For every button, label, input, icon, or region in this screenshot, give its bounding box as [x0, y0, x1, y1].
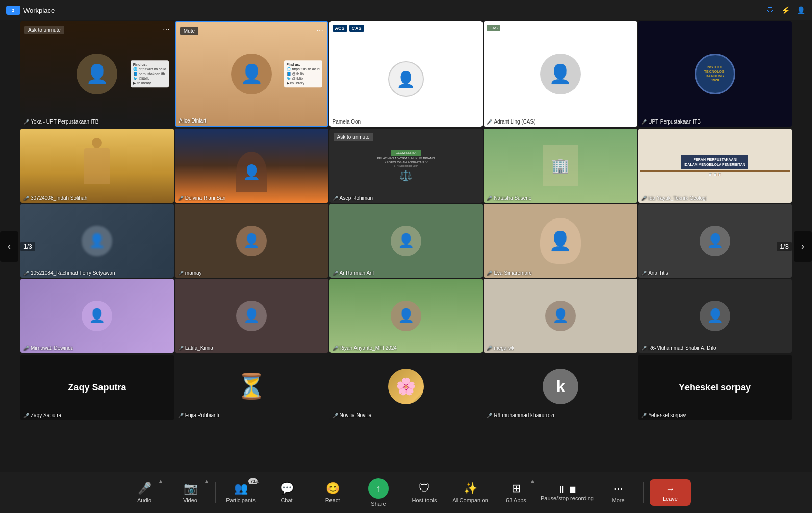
participant-name-mirna: 🎤 Mirnawati Dewinda — [23, 345, 73, 351]
ai-companion-icon: ✨ — [464, 482, 477, 495]
participant-name-shabir: 🎤 R6-Muhammad Shabir A. Dilo — [641, 345, 716, 351]
mute-icon-shabir: 🎤 — [641, 346, 647, 351]
zoom-logo: z Workplace — [6, 6, 55, 15]
participant-tile-adrant: CAS 👤 🎤 Adrant Ling (CAS) — [484, 21, 637, 127]
participants-label: Participants — [226, 497, 255, 503]
participant-tile-mega: 👤 🎤 mega wk — [484, 279, 637, 353]
participant-name-zaqy: 🎤 Zaqy Saputra — [23, 412, 61, 418]
more-button[interactable]: ··· More — [595, 474, 641, 511]
participant-name-delvina: 🎤 Delvina Riani Sari — [178, 195, 225, 201]
participant-tile-mamay: 👤 🎤 mamay — [175, 204, 328, 278]
lower-section: Zaqy Saputra 🎤 Zaqy Saputra ⏳ 🎤 Fujia Ru… — [0, 354, 812, 420]
mute-icon-upt: 🎤 — [641, 119, 647, 125]
apps-label: 63 Apps — [506, 497, 526, 503]
lightning-icon: ⚡ — [780, 5, 791, 15]
mute-icon-yoka: 🎤 — [23, 119, 29, 125]
host-tools-label: Host tools — [412, 497, 437, 503]
name-tile-yeheskel: Yeheskel sorpay 🎤 Yeheskel sorpay — [638, 355, 792, 420]
participant-tile-alice: 👤 Find us: 🌐 https://lib.itb.ac.id 📘 @it… — [175, 21, 328, 127]
tile-menu-yoka[interactable]: ⋯ — [163, 26, 170, 34]
toolbar-divider-1 — [215, 482, 216, 503]
video-row-4: 👤 🎤 Mirnawati Dewinda 👤 🎤 Latifa_Kimia 👤 — [0, 279, 812, 353]
participant-tile-upt: INSTITUTTEKNOLOGIBANDUNG1920 🎤 UPT Perpu… — [638, 21, 792, 127]
host-tools-button[interactable]: 🛡 Host tools — [401, 474, 447, 511]
mute-alice-button[interactable]: Mute — [180, 27, 198, 35]
nav-next-button[interactable]: › — [794, 231, 812, 262]
video-label: Video — [183, 497, 197, 503]
audio-button[interactable]: 🎤 Audio ▲ — [121, 474, 167, 511]
participant-name-eva: 🎤 Eva Simaremare — [487, 270, 531, 276]
participant-tile-pamela: ACS CAS 👤 Pamela Oon — [329, 21, 483, 127]
profile-icon[interactable]: 👤 — [796, 5, 806, 15]
video-button[interactable]: 📷 Video ▲ — [167, 474, 213, 511]
participant-name-pamela: Pamela Oon — [333, 119, 361, 125]
mute-icon-latifa: 🎤 — [178, 346, 184, 351]
participant-name-natasha: 🎤 Natasha Suseno — [487, 195, 531, 201]
ai-companion-button[interactable]: ✨ AI Companion — [447, 474, 493, 511]
participant-name-latifa: 🎤 Latifa_Kimia — [178, 345, 213, 351]
mute-icon-rachmad: 🎤 — [23, 271, 29, 276]
participant-name-novilia: 🎤 Novilia Novilia — [333, 412, 372, 418]
participant-name-alice: Alice Diniarti — [179, 118, 208, 124]
participant-name-mamay: 🎤 mamay — [178, 270, 202, 276]
participant-tile-natasha: 🏢 🎤 Natasha Suseno — [484, 129, 637, 203]
video-row-1: 👤 Find us: 🌐 https://lib.itb.ac.id 📘 per… — [0, 20, 812, 128]
participant-tile-shabir: 👤 🎤 R6-Muhammad Shabir A. Dilo — [638, 279, 792, 353]
audio-label: Audio — [137, 497, 151, 503]
apps-button[interactable]: ⊞ 63 Apps ▲ — [493, 474, 539, 511]
participants-chevron-icon: ▲ — [255, 478, 260, 484]
page-indicator-right: 1/3 — [777, 242, 792, 251]
share-label: Share — [371, 501, 386, 507]
tile-menu-alice[interactable]: ⋯ — [316, 27, 323, 35]
apps-icon: ⊞ — [512, 482, 521, 495]
pause-recording-button[interactable]: ⏸ ⏹ Pause/stop recording — [539, 474, 595, 511]
name-tile-zaqy: Zaqy Saputra 🎤 Zaqy Saputra — [20, 355, 174, 420]
audio-chevron-icon: ▲ — [158, 478, 163, 484]
apps-chevron-icon: ▲ — [530, 478, 535, 484]
ai-companion-label: AI Companion — [452, 497, 488, 503]
zoom-icon: z — [6, 6, 20, 15]
participant-name-yoka: 🎤 Yoka - UPT Perpustakaan ITB — [23, 119, 98, 125]
video-row-2: 🎤 30724008_Indah Solihah 👤 🎤 Delvina Ria… — [0, 129, 812, 203]
participant-tile-riyan: 👤 🎤 Riyan Ariyanto_MFI 2024 — [329, 279, 483, 353]
video-icon: 📷 — [184, 482, 197, 495]
leave-button[interactable]: → Leave — [650, 479, 691, 506]
top-bar-right: 🛡 ⚡ 👤 — [765, 5, 806, 15]
leave-label: Leave — [663, 496, 678, 502]
share-icon: ↑ — [368, 478, 389, 499]
toolbar-divider-2 — [643, 482, 644, 503]
participant-name-fujia: 🎤 Fujia Rubbianti — [178, 412, 219, 418]
chat-icon: 💬 — [280, 482, 294, 495]
name-tile-khairurrozi: k 🎤 R6-muhammad khairurrozi — [484, 355, 637, 420]
mute-icon-indah: 🎤 — [23, 196, 29, 201]
participant-tile-latifa: 👤 🎤 Latifa_Kimia — [175, 279, 328, 353]
participant-name-riyan: 🎤 Riyan Ariyanto_MFI 2024 — [333, 345, 397, 351]
participant-name-upt: 🎤 UPT Perpustakaan ITB — [641, 119, 701, 125]
leave-icon: → — [666, 484, 675, 495]
mute-icon-delvina: 🎤 — [178, 196, 184, 201]
participant-name-asep: 🎤 Asep Rohiman — [333, 195, 373, 201]
app-title: Workplace — [23, 7, 55, 14]
video-area: ‹ 1/3 › 1/3 👤 Find us: 🌐 https://lib.itb… — [0, 20, 812, 472]
more-label: More — [612, 497, 624, 503]
participant-name-ana: 🎤 Ana Titis — [641, 270, 668, 276]
participants-icon: 👥 — [234, 482, 248, 495]
ask-unmute-yoka[interactable]: Ask to unmute — [24, 26, 64, 34]
chat-button[interactable]: 💬 Chat — [264, 474, 310, 511]
participants-button[interactable]: 👥 Participants 71 ▲ — [218, 474, 264, 511]
mute-icon-yeheskel: 🎤 — [641, 413, 647, 418]
react-label: React — [325, 497, 340, 503]
mute-icon-fujia: 🎤 — [178, 413, 184, 418]
nav-prev-button[interactable]: ‹ — [0, 231, 18, 262]
itb-logo: INSTITUTTEKNOLOGIBANDUNG1920 — [638, 21, 792, 127]
participant-tile-ana: 👤 🎤 Ana Titis — [638, 204, 792, 278]
name-tile-fujia: ⏳ 🎤 Fujia Rubbianti — [175, 355, 328, 420]
host-tools-icon: 🛡 — [419, 482, 430, 495]
shield-icon: 🛡 — [765, 5, 775, 15]
mute-icon-zaqy: 🎤 — [23, 413, 29, 418]
ask-unmute-asep[interactable]: Ask to unmute — [334, 133, 373, 141]
participant-name-rachmad: 🎤 10521084_Rachmad Ferry Setyawan — [23, 270, 115, 276]
react-button[interactable]: 😊 React — [310, 474, 356, 511]
more-icon: ··· — [614, 482, 623, 495]
share-button[interactable]: ↑ Share — [356, 474, 401, 511]
